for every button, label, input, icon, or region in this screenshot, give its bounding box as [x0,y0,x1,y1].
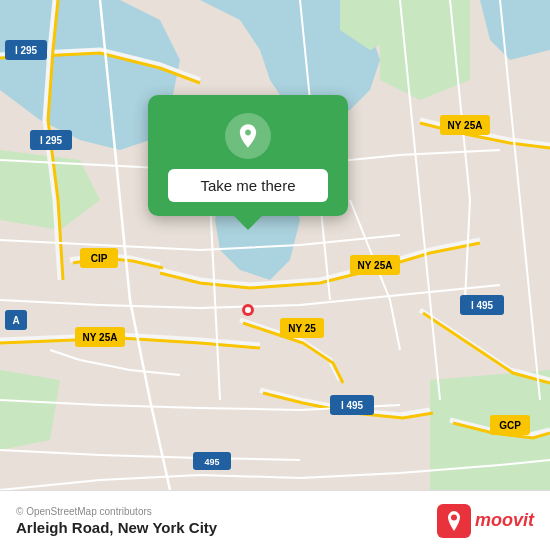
svg-text:I 495: I 495 [341,400,364,411]
svg-text:495: 495 [204,457,219,467]
bottom-info: © OpenStreetMap contributors Arleigh Roa… [16,506,217,536]
svg-text:NY 25A: NY 25A [448,120,483,131]
copyright-text: © OpenStreetMap contributors [16,506,217,517]
location-pin-icon [234,122,262,150]
svg-text:NY 25A: NY 25A [83,332,118,343]
map-container: I 295 I 295 NY 25A NY 25A NY 25A NY 25 I… [0,0,550,490]
svg-text:I 295: I 295 [40,135,63,146]
svg-text:GCP: GCP [499,420,521,431]
svg-text:I 495: I 495 [471,300,494,311]
pin-icon-wrap [225,113,271,159]
svg-text:A: A [12,315,19,326]
popup-card: Take me there [148,95,348,216]
svg-point-28 [451,514,457,520]
take-me-there-button[interactable]: Take me there [168,169,328,202]
svg-text:NY 25: NY 25 [288,323,316,334]
svg-point-26 [245,307,251,313]
svg-text:CIP: CIP [91,253,108,264]
moovit-label: moovit [475,510,534,531]
svg-text:NY 25A: NY 25A [358,260,393,271]
map-svg: I 295 I 295 NY 25A NY 25A NY 25A NY 25 I… [0,0,550,490]
moovit-icon [437,504,471,538]
svg-text:I 295: I 295 [15,45,38,56]
location-title: Arleigh Road, New York City [16,519,217,536]
bottom-bar: © OpenStreetMap contributors Arleigh Roa… [0,490,550,550]
moovit-logo: moovit [437,504,534,538]
